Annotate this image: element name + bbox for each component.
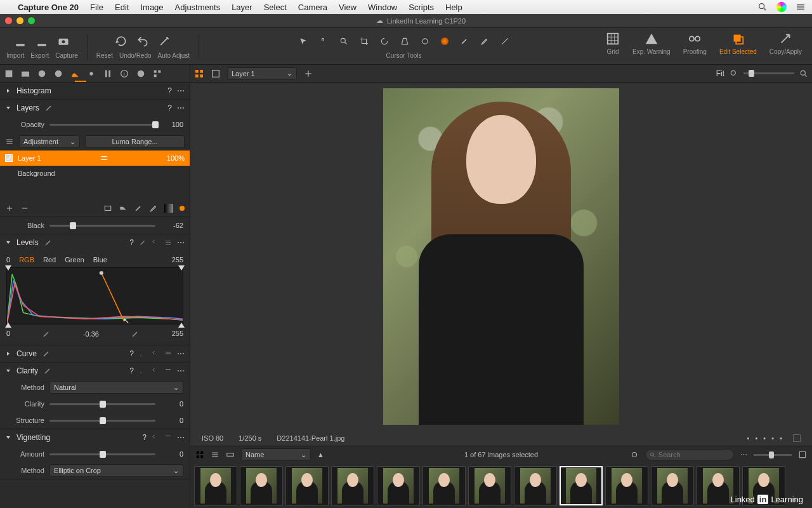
tab-output-icon[interactable]: [136, 69, 146, 79]
menu-camera[interactable]: Camera: [298, 3, 327, 12]
menu-icon[interactable]: [164, 434, 172, 441]
menu-scripts[interactable]: Scripts: [409, 3, 434, 12]
picker-icon[interactable]: [139, 367, 147, 375]
mask-radial-icon[interactable]: [180, 206, 185, 211]
tab-capture-icon[interactable]: [20, 69, 30, 79]
search-input[interactable]: [658, 451, 730, 458]
thumbnail[interactable]: [605, 466, 648, 505]
undo-icon[interactable]: [152, 367, 159, 375]
histogram-header[interactable]: Histogram ?⋯: [0, 83, 190, 99]
cursor-brush-icon[interactable]: [460, 37, 469, 46]
thumbnail[interactable]: [422, 466, 466, 505]
cursor-crop-icon[interactable]: [360, 37, 369, 46]
more-icon[interactable]: ⋯: [740, 451, 747, 459]
search-box[interactable]: [645, 449, 734, 460]
menu-help[interactable]: Help: [445, 3, 462, 12]
cursor-zoom-icon[interactable]: [339, 37, 348, 46]
vignetting-slider[interactable]: [49, 453, 155, 455]
levels-channel-blue[interactable]: Blue: [93, 256, 107, 264]
undo-icon[interactable]: [136, 35, 149, 48]
levels-output-low-handle[interactable]: [178, 265, 185, 271]
menu-icon[interactable]: [164, 367, 172, 375]
copy-apply-button[interactable]: Copy/Apply: [766, 32, 806, 55]
mask-erase-icon[interactable]: [149, 204, 158, 213]
filter-icon[interactable]: [630, 450, 639, 459]
levels-shadow-value[interactable]: 0: [6, 330, 10, 338]
opacity-slider[interactable]: [49, 124, 155, 126]
clarity-header[interactable]: Clarity ?⋯: [0, 363, 190, 379]
eyedropper-highlight-icon[interactable]: [131, 330, 140, 338]
undo-icon[interactable]: [152, 350, 159, 358]
import-icon[interactable]: [14, 35, 27, 48]
levels-channel-red[interactable]: Red: [43, 256, 56, 264]
zoom-in-icon[interactable]: [799, 69, 808, 78]
more-icon[interactable]: ⋯: [177, 433, 185, 442]
cursor-eraser-icon[interactable]: [480, 37, 489, 46]
tab-adjustments-icon[interactable]: [103, 69, 113, 79]
menu-layer[interactable]: Layer: [232, 3, 252, 12]
layer-item[interactable]: Background: [0, 166, 190, 181]
layers-header[interactable]: Layers ?⋯: [0, 100, 190, 116]
picker-icon[interactable]: [139, 239, 147, 246]
levels-highlight-value[interactable]: 255: [172, 330, 183, 338]
curve-header[interactable]: Curve ?⋯: [0, 345, 190, 362]
reset-icon[interactable]: [115, 35, 128, 48]
remove-layer-button[interactable]: [20, 204, 29, 213]
levels-output-high-handle[interactable]: [5, 265, 11, 271]
menu-view[interactable]: View: [339, 3, 357, 12]
tab-library-icon[interactable]: [4, 69, 14, 79]
zoom-slider[interactable]: [743, 72, 794, 74]
thumbnail[interactable]: [651, 466, 694, 505]
layer-selector[interactable]: Layer 1 ⌄: [227, 67, 297, 80]
view-single-icon[interactable]: [211, 69, 221, 79]
minimize-window-button[interactable]: [16, 17, 23, 24]
control-center-icon[interactable]: [796, 2, 806, 12]
mask-gradient-icon[interactable]: [164, 204, 173, 213]
thumbnail[interactable]: [285, 466, 329, 505]
add-layer-icon[interactable]: [303, 69, 313, 79]
help-icon[interactable]: ?: [142, 433, 147, 442]
thumb-large-icon[interactable]: [798, 450, 807, 459]
cursor-hand-icon[interactable]: [319, 37, 328, 46]
structure-slider[interactable]: [49, 420, 155, 422]
app-name[interactable]: Capture One 20: [18, 3, 79, 12]
undo-icon[interactable]: [152, 434, 159, 441]
thumbnail[interactable]: [331, 466, 374, 505]
help-icon[interactable]: ?: [167, 86, 172, 95]
tab-exposure-icon[interactable]: [70, 69, 80, 79]
vignetting-header[interactable]: Vignetting ?⋯: [0, 429, 190, 446]
cursor-spot-icon[interactable]: [421, 37, 429, 46]
menu-select[interactable]: Select: [264, 3, 287, 12]
brush-icon[interactable]: [42, 349, 51, 358]
more-icon[interactable]: ⋯: [177, 104, 185, 112]
help-icon[interactable]: ?: [167, 104, 172, 112]
exposure-warning-button[interactable]: Exp. Warning: [629, 32, 674, 55]
picker-icon[interactable]: [139, 350, 147, 358]
levels-channel-green[interactable]: Green: [65, 256, 84, 264]
levels-header[interactable]: Levels ? ⋯: [0, 234, 190, 251]
thumb-size-slider[interactable]: [754, 454, 792, 456]
black-slider[interactable]: [49, 225, 155, 227]
tab-batch-icon[interactable]: [152, 69, 162, 79]
thumbnail[interactable]: [560, 466, 603, 505]
levels-histogram[interactable]: ↖: [6, 267, 183, 324]
mask-invert-icon[interactable]: [119, 204, 128, 213]
menu-icon[interactable]: [164, 350, 172, 358]
thumbnail[interactable]: [377, 466, 420, 505]
eyedropper-shadow-icon[interactable]: [42, 330, 51, 338]
tab-metadata-icon[interactable]: i: [119, 69, 129, 79]
brush-icon[interactable]: [44, 238, 53, 247]
add-layer-button[interactable]: [5, 204, 14, 213]
maximize-window-button[interactable]: [28, 17, 35, 24]
siri-icon[interactable]: [776, 2, 787, 12]
menu-icon[interactable]: [164, 239, 172, 246]
close-window-button[interactable]: [5, 17, 12, 24]
brush-icon[interactable]: [44, 104, 53, 112]
more-icon[interactable]: ⋯: [177, 349, 185, 358]
layer-menu-icon[interactable]: [5, 137, 14, 146]
mask-rect-icon[interactable]: [103, 204, 112, 213]
levels-highlight-handle[interactable]: [178, 323, 185, 328]
clarity-slider[interactable]: [49, 403, 155, 405]
menu-edit[interactable]: Edit: [115, 3, 129, 12]
browser-filmstrip-icon[interactable]: [226, 450, 235, 459]
